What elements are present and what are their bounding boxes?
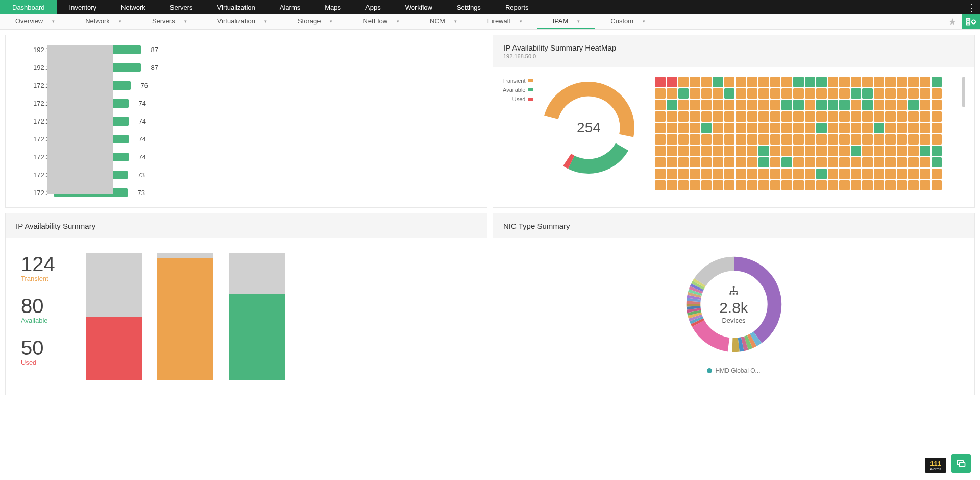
- heatmap-cell[interactable]: [897, 100, 908, 110]
- heatmap-cell[interactable]: [690, 157, 700, 168]
- heatmap-cell[interactable]: [781, 100, 792, 110]
- heatmap-cell[interactable]: [862, 77, 873, 87]
- heatmap-cell[interactable]: [758, 157, 769, 168]
- heatmap-cell[interactable]: [747, 180, 758, 191]
- heatmap-cell[interactable]: [851, 180, 862, 191]
- heatmap-cell[interactable]: [932, 77, 942, 87]
- heatmap-cell[interactable]: [713, 157, 723, 168]
- heatmap-cell[interactable]: [770, 111, 781, 122]
- heatmap-cell[interactable]: [747, 100, 758, 110]
- heatmap-cell[interactable]: [839, 100, 850, 110]
- heatmap-cell[interactable]: [920, 169, 930, 179]
- heatmap-cell[interactable]: [828, 169, 839, 179]
- heatmap-cell[interactable]: [920, 180, 930, 191]
- topnav-settings[interactable]: Settings: [445, 0, 493, 14]
- heatmap-cell[interactable]: [874, 88, 885, 99]
- heatmap-cell[interactable]: [851, 100, 862, 110]
- heatmap-cell[interactable]: [781, 88, 792, 99]
- heatmap-cell[interactable]: [655, 111, 666, 122]
- heatmap-cell[interactable]: [781, 134, 792, 145]
- heatmap-cell[interactable]: [713, 134, 723, 145]
- topnav-network[interactable]: Network: [109, 0, 158, 14]
- heatmap-cell[interactable]: [724, 77, 735, 87]
- heatmap-cell[interactable]: [885, 111, 896, 122]
- heatmap-cell[interactable]: [805, 123, 816, 133]
- heatmap-cell[interactable]: [793, 88, 804, 99]
- heatmap-cell[interactable]: [770, 77, 781, 87]
- heatmap-cell[interactable]: [874, 157, 885, 168]
- heatmap-cell[interactable]: [908, 146, 919, 156]
- topnav-maps[interactable]: Maps: [312, 0, 353, 14]
- heatmap-cell[interactable]: [920, 111, 930, 122]
- heatmap-cell[interactable]: [758, 180, 769, 191]
- heatmap-cell[interactable]: [851, 169, 862, 179]
- heatmap-cell[interactable]: [816, 123, 827, 133]
- subnav-firewall[interactable]: Firewall▾: [472, 14, 537, 29]
- heatmap-cell[interactable]: [747, 77, 758, 87]
- heatmap-cell[interactable]: [793, 180, 804, 191]
- heatmap-cell[interactable]: [932, 123, 942, 133]
- heatmap-cell[interactable]: [667, 180, 677, 191]
- heatmap-cell[interactable]: [747, 111, 758, 122]
- heatmap-cell[interactable]: [828, 146, 839, 156]
- heatmap-cell[interactable]: [874, 111, 885, 122]
- add-widget-button[interactable]: [962, 14, 980, 29]
- heatmap-cell[interactable]: [793, 157, 804, 168]
- subnav-storage[interactable]: Storage▾: [282, 14, 348, 29]
- heatmap-cell[interactable]: [736, 134, 746, 145]
- heatmap-cell[interactable]: [908, 169, 919, 179]
- heatmap-cell[interactable]: [678, 134, 689, 145]
- heatmap-cell[interactable]: [701, 88, 712, 99]
- heatmap-cell[interactable]: [713, 169, 723, 179]
- heatmap-cell[interactable]: [781, 111, 792, 122]
- heatmap-cell[interactable]: [816, 157, 827, 168]
- heatmap-cell[interactable]: [874, 146, 885, 156]
- subnav-overview[interactable]: Overview▾: [0, 14, 70, 29]
- heatmap-cell[interactable]: [701, 123, 712, 133]
- heatmap-cell[interactable]: [770, 123, 781, 133]
- heatmap-cell[interactable]: [897, 77, 908, 87]
- heatmap-cell[interactable]: [874, 100, 885, 110]
- heatmap-cell[interactable]: [713, 77, 723, 87]
- heatmap-cell[interactable]: [701, 77, 712, 87]
- subnav-virtualization[interactable]: Virtualization▾: [202, 14, 282, 29]
- heatmap-cell[interactable]: [736, 180, 746, 191]
- heatmap-cell[interactable]: [667, 88, 677, 99]
- heatmap-cell[interactable]: [713, 100, 723, 110]
- heatmap-cell[interactable]: [678, 77, 689, 87]
- heatmap-cell[interactable]: [678, 146, 689, 156]
- subnav-ncm[interactable]: NCM▾: [414, 14, 472, 29]
- heatmap-cell[interactable]: [920, 146, 930, 156]
- heatmap-cell[interactable]: [758, 146, 769, 156]
- heatmap-cell[interactable]: [701, 111, 712, 122]
- heatmap-cell[interactable]: [713, 123, 723, 133]
- heatmap-cell[interactable]: [690, 88, 700, 99]
- heatmap-cell[interactable]: [828, 111, 839, 122]
- topnav-servers[interactable]: Servers: [158, 0, 205, 14]
- heatmap-cell[interactable]: [724, 146, 735, 156]
- heatmap-cell[interactable]: [816, 146, 827, 156]
- heatmap-cell[interactable]: [920, 134, 930, 145]
- heatmap-cell[interactable]: [781, 77, 792, 87]
- heatmap-cell[interactable]: [897, 169, 908, 179]
- heatmap-cell[interactable]: [874, 77, 885, 87]
- heatmap-cell[interactable]: [805, 157, 816, 168]
- heatmap-cell[interactable]: [758, 134, 769, 145]
- heatmap-cell[interactable]: [690, 146, 700, 156]
- heatmap-cell[interactable]: [839, 134, 850, 145]
- heatmap-cell[interactable]: [932, 169, 942, 179]
- heatmap-cell[interactable]: [747, 123, 758, 133]
- heatmap-cell[interactable]: [781, 180, 792, 191]
- heatmap-cell[interactable]: [736, 111, 746, 122]
- heatmap-cell[interactable]: [747, 169, 758, 179]
- heatmap-cell[interactable]: [690, 111, 700, 122]
- heatmap-cell[interactable]: [897, 111, 908, 122]
- subnav-network[interactable]: Network▾: [70, 14, 137, 29]
- heatmap-cell[interactable]: [874, 134, 885, 145]
- heatmap-cell[interactable]: [655, 123, 666, 133]
- heatmap-cell[interactable]: [805, 100, 816, 110]
- heatmap-cell[interactable]: [885, 180, 896, 191]
- heatmap-cell[interactable]: [805, 111, 816, 122]
- heatmap-cell[interactable]: [690, 134, 700, 145]
- heatmap-cell[interactable]: [932, 180, 942, 191]
